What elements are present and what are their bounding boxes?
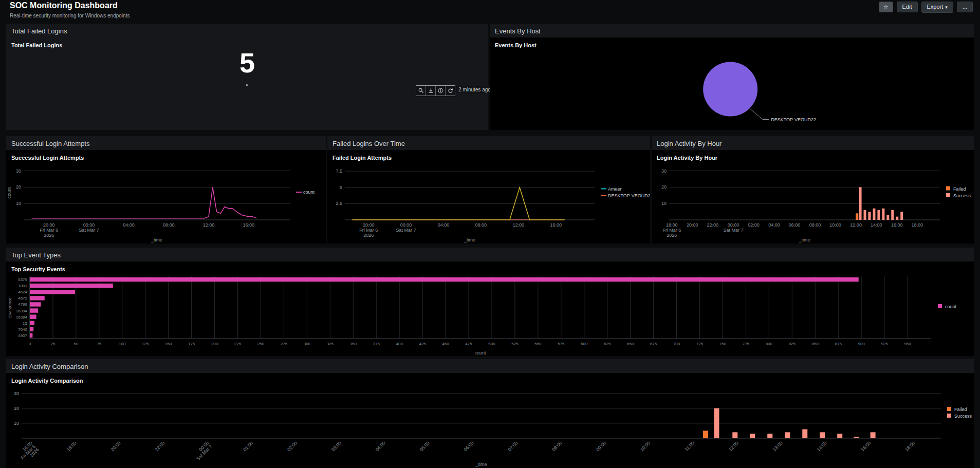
svg-text:200: 200 — [211, 342, 218, 346]
page-subtitle: Real-time security monitoring for Window… — [10, 13, 130, 18]
failed-logins-line-chart[interactable]: 2.557.520:00Fri Mar 6202600:00Sat Mar 70… — [327, 161, 650, 244]
svg-text:03:00: 03:00 — [330, 440, 342, 452]
svg-text:400: 400 — [396, 342, 403, 346]
chevron-down-icon: ▾ — [945, 5, 948, 10]
download-button[interactable] — [426, 86, 436, 96]
panel-title: Top Event Types — [6, 248, 974, 261]
top-events-hbar-chart[interactable]: 0255075100125150175200225250275300325350… — [6, 272, 974, 356]
column-viz: Login Activity Comparison 10203016:00Fri… — [6, 373, 974, 468]
svg-text:20: 20 — [16, 184, 21, 190]
panel-title: Total Failed Logins — [6, 24, 488, 38]
viz-title: Top Security Events — [6, 261, 974, 272]
svg-text:08:00: 08:00 — [809, 222, 821, 228]
svg-text:13:00: 13:00 — [772, 440, 784, 452]
svg-text:Success: Success — [954, 414, 972, 419]
svg-text:775: 775 — [743, 342, 750, 346]
dashboard: SOC Monitoring Dashboard Real-time secur… — [0, 0, 980, 468]
row-4: Login Activity Comparison Login Activity… — [6, 359, 974, 468]
header-actions: ☆ Edit Export▾ ... — [879, 2, 973, 13]
svg-text:16:00: 16:00 — [860, 440, 872, 452]
svg-text:08:00: 08:00 — [475, 222, 487, 228]
svg-text:20: 20 — [661, 184, 667, 190]
svg-text:EventCode: EventCode — [8, 297, 12, 317]
svg-text:02:00: 02:00 — [286, 440, 298, 452]
svg-text:4624: 4624 — [18, 290, 27, 294]
svg-text:4907: 4907 — [18, 333, 27, 338]
svg-text:_time: _time — [475, 462, 487, 467]
svg-text:450: 450 — [442, 342, 449, 346]
svg-text:2026: 2026 — [667, 233, 677, 238]
svg-text:DESKTOP-VEOUD22: DESKTOP-VEOUD22 — [771, 117, 816, 122]
svg-text:650: 650 — [627, 342, 634, 346]
svg-text:2.5: 2.5 — [336, 201, 342, 206]
single-value: 5 — [6, 47, 488, 78]
svg-text:16:00: 16:00 — [243, 222, 254, 228]
login-comparison-bar-chart[interactable]: 10203016:00Fri Mar 6202618:0020:0022:000… — [6, 384, 974, 468]
export-button[interactable]: Export▾ — [921, 2, 953, 13]
svg-text:700: 700 — [673, 342, 680, 346]
svg-text:22:00: 22:00 — [707, 222, 719, 228]
svg-text:DESKTOP-VEOUD22$: DESKTOP-VEOUD22$ — [608, 193, 650, 198]
svg-text:575: 575 — [558, 342, 565, 346]
svg-text:425: 425 — [419, 342, 426, 346]
svg-text:7040: 7040 — [18, 327, 27, 332]
favorite-star-button[interactable]: ☆ — [879, 2, 893, 12]
successful-logins-line-chart[interactable]: 10203020:00Fri Mar 6202600:00Sat Mar 704… — [6, 161, 326, 244]
column-viz: Login Activity By Hour 10203018:00Fri Ma… — [652, 150, 974, 244]
line-viz: Successful Login Attempts 10203020:00Fri… — [6, 150, 326, 244]
search-icon — [418, 88, 424, 93]
svg-text:Sat Mar 7: Sat Mar 7 — [79, 228, 99, 233]
svg-text:0: 0 — [29, 342, 31, 346]
svg-text:30: 30 — [16, 169, 21, 174]
svg-text:00:00: 00:00 — [728, 222, 739, 228]
svg-text:18:00: 18:00 — [911, 222, 923, 228]
svg-text:4672: 4672 — [18, 296, 27, 301]
svg-text:00:00: 00:00 — [400, 222, 412, 228]
svg-text:Failed: Failed — [953, 186, 966, 192]
refresh-button[interactable] — [446, 86, 455, 96]
svg-text:Fri Mar 6: Fri Mar 6 — [662, 228, 681, 233]
svg-text:16:00: 16:00 — [550, 222, 562, 228]
panel-title: Failed Logins Over Time — [327, 136, 650, 150]
svg-text:Failed: Failed — [954, 407, 967, 412]
viz-title: Events By Host — [490, 38, 974, 48]
more-options-button[interactable]: ... — [957, 2, 973, 12]
open-in-search-button[interactable] — [416, 86, 426, 96]
download-icon — [428, 88, 434, 93]
svg-text:350: 350 — [350, 342, 357, 346]
viz-title: Successful Login Attempts — [6, 150, 326, 161]
svg-text:750: 750 — [719, 342, 727, 346]
svg-text:20:00: 20:00 — [687, 222, 698, 228]
svg-text:14:00: 14:00 — [871, 222, 882, 228]
svg-text:4799: 4799 — [18, 302, 27, 307]
panel-hover-toolbar — [416, 85, 455, 96]
info-button[interactable] — [436, 86, 446, 96]
events-by-host-pie-chart[interactable]: DESKTOP-VEOUD22 — [490, 48, 974, 130]
svg-text:05:00: 05:00 — [419, 440, 431, 452]
edit-button[interactable]: Edit — [897, 2, 918, 12]
svg-text:18:00: 18:00 — [904, 440, 916, 452]
svg-text:675: 675 — [650, 342, 657, 346]
svg-text:375: 375 — [373, 342, 380, 346]
dashboard-header: SOC Monitoring Dashboard Real-time secur… — [0, 0, 980, 23]
panel-top-event-types: Top Event Types Top Security Events 0255… — [6, 248, 974, 356]
login-by-hour-bar-chart[interactable]: 10203018:00Fri Mar 6202620:0022:0000:00S… — [652, 161, 974, 244]
panel-login-activity-comparison: Login Activity Comparison Login Activity… — [6, 359, 974, 468]
svg-text:475: 475 — [465, 342, 472, 346]
svg-text:225: 225 — [234, 342, 242, 346]
page-title: SOC Monitoring Dashboard — [10, 1, 118, 10]
svg-text:15: 15 — [23, 321, 27, 326]
svg-text:04:00: 04:00 — [375, 440, 386, 452]
line-viz: Failed Login Attempts 2.557.520:00Fri Ma… — [327, 150, 650, 244]
svg-text:count: count — [303, 190, 315, 195]
svg-text:10: 10 — [661, 201, 667, 206]
svg-text:175: 175 — [188, 342, 195, 346]
svg-text:04:00: 04:00 — [768, 222, 780, 228]
svg-text:20:00: 20:00 — [110, 440, 122, 452]
svg-text:250: 250 — [257, 342, 265, 346]
panel-title: Login Activity Comparison — [6, 359, 974, 373]
info-icon — [438, 88, 443, 93]
viz-title: Total Failed Logins — [6, 38, 488, 48]
svg-text:50: 50 — [73, 342, 78, 346]
svg-text:12:00: 12:00 — [203, 222, 215, 228]
